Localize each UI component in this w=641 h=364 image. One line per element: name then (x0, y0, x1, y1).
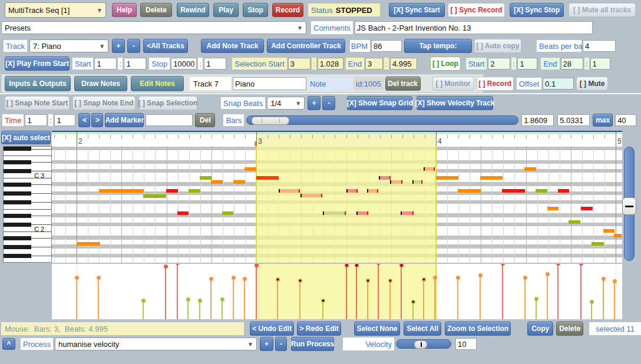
velocity-stem[interactable] (502, 264, 503, 319)
velocity-stem[interactable] (457, 277, 458, 319)
snap-decrease-button[interactable]: - (322, 96, 335, 110)
velocity-stem[interactable] (76, 277, 77, 319)
show-snap-grid-toggle[interactable]: [X] Show Snap Grid (347, 96, 412, 110)
del-marker-button[interactable]: Del (195, 113, 215, 127)
midi-note[interactable] (77, 242, 100, 246)
midi-note[interactable] (547, 207, 559, 210)
velocity-dot[interactable] (276, 277, 280, 282)
rewind-button[interactable]: Rewind (177, 3, 209, 17)
velocity-dot[interactable] (388, 279, 392, 283)
velocity-dot[interactable] (422, 277, 426, 282)
midi-note[interactable] (390, 180, 402, 184)
velocity-dot[interactable] (209, 277, 213, 281)
midi-note[interactable] (524, 167, 536, 171)
piano-key-black[interactable] (4, 245, 31, 249)
bars-zoom-slider[interactable] (246, 115, 518, 125)
add-note-track-button[interactable]: Add Note Track (201, 39, 264, 53)
selection-end-bar-input[interactable] (365, 58, 383, 70)
edit-notes-button[interactable]: Edit Notes (131, 76, 184, 91)
monitor-toggle[interactable]: [ ] Monitor (432, 77, 474, 91)
velocity-dot[interactable] (556, 264, 560, 266)
presets-select[interactable]: Presets ▼ (1, 21, 306, 34)
midi-note[interactable] (412, 180, 422, 184)
velocity-dot[interactable] (411, 300, 415, 304)
midi-note[interactable] (244, 167, 256, 171)
midi-note[interactable] (424, 167, 435, 171)
velocity-stem[interactable] (412, 302, 414, 319)
comments-input[interactable] (355, 21, 593, 34)
velocity-stem[interactable] (210, 279, 212, 319)
velocity-dot[interactable] (613, 279, 617, 283)
velocity-dot[interactable] (433, 276, 437, 280)
midi-note[interactable] (581, 207, 593, 210)
velocity-stem[interactable] (177, 264, 178, 319)
loop-end-beat-input[interactable] (590, 58, 610, 70)
start-bar-input[interactable] (94, 58, 117, 70)
velocity-dot[interactable] (478, 273, 483, 277)
bpm-input[interactable] (371, 40, 402, 52)
track-add-button[interactable]: + (112, 39, 125, 53)
velocity-dot[interactable] (399, 264, 404, 267)
mute-all-tracks-toggle[interactable]: [ ] Mute all tracks (569, 3, 636, 17)
midi-note[interactable] (480, 176, 503, 180)
velocity-stem[interactable] (233, 277, 234, 319)
velocity-stem[interactable] (580, 264, 581, 319)
play-button[interactable]: Play (213, 3, 239, 17)
stop-bar-input[interactable] (171, 58, 197, 70)
velocity-dot[interactable] (321, 299, 325, 303)
velocity-dot[interactable] (345, 264, 349, 267)
selection-end-beat-input[interactable] (390, 58, 417, 70)
midi-note[interactable] (200, 176, 212, 180)
delete-notes-button[interactable]: Delete (556, 322, 583, 336)
velocity-stem[interactable] (322, 300, 323, 319)
mute-toggle[interactable]: [ ] Mute (576, 77, 608, 91)
velocity-stem[interactable] (277, 279, 278, 319)
velocity-stem[interactable] (346, 265, 347, 319)
velocity-param-slider-thumb[interactable] (414, 340, 427, 349)
del-track-button[interactable]: Del track (385, 77, 421, 91)
track-select[interactable]: 7: Piano ▼ (29, 39, 108, 52)
midi-note[interactable] (592, 242, 604, 246)
midi-note[interactable] (379, 176, 391, 180)
velocity-dot[interactable] (366, 279, 370, 283)
velocity-stem[interactable] (367, 280, 368, 319)
velocity-dot[interactable] (602, 277, 606, 281)
velocity-param-slider[interactable] (396, 339, 451, 349)
sequencer-select[interactable]: MultiTrack Seq [1] ▼ (5, 2, 106, 18)
vertical-scrollbar-handle[interactable] (622, 197, 636, 215)
time-beat-input[interactable] (54, 114, 75, 126)
stop-beat-input[interactable] (204, 58, 226, 70)
velocity-stem[interactable] (187, 299, 189, 319)
piano-key-black[interactable] (4, 191, 31, 196)
velocity-stem[interactable] (603, 279, 604, 319)
loop-toggle[interactable]: [ ] Loop (430, 57, 461, 71)
delete-button[interactable]: Delete (140, 3, 172, 17)
piano-key-black[interactable] (4, 169, 31, 173)
midi-note[interactable] (143, 194, 166, 198)
velocity-dot[interactable] (376, 264, 381, 265)
show-velocity-track-toggle[interactable]: [X] Show Velocity Track (417, 96, 493, 110)
midi-note[interactable] (558, 189, 569, 193)
velocity-dot[interactable] (176, 264, 180, 265)
velocity-stem[interactable] (423, 279, 424, 319)
piano-key-black[interactable] (4, 223, 31, 227)
piano-key-black[interactable] (4, 160, 31, 164)
velocity-stem[interactable] (356, 265, 357, 319)
midi-note[interactable] (458, 189, 481, 193)
velocity-dot[interactable] (501, 264, 505, 266)
velocity-dot[interactable] (198, 299, 202, 303)
copy-button[interactable]: Copy (527, 322, 553, 336)
velocity-stem[interactable] (536, 299, 537, 319)
midi-note[interactable] (436, 176, 458, 180)
all-tracks-button[interactable]: <All Tracks (143, 39, 188, 53)
loop-start-beat-input[interactable] (517, 58, 537, 70)
velocity-dot[interactable] (546, 272, 550, 276)
velocity-stem[interactable] (480, 275, 481, 319)
piano-key-black[interactable] (4, 236, 31, 240)
play-from-start-toggle[interactable]: [X] Play From Start (5, 57, 70, 71)
process-select[interactable]: humanise velocity ▼ (55, 337, 257, 350)
track-name-input[interactable] (233, 77, 306, 90)
process-add-button[interactable]: + (260, 337, 273, 351)
midi-note[interactable] (603, 229, 614, 233)
midi-note[interactable] (177, 211, 189, 215)
